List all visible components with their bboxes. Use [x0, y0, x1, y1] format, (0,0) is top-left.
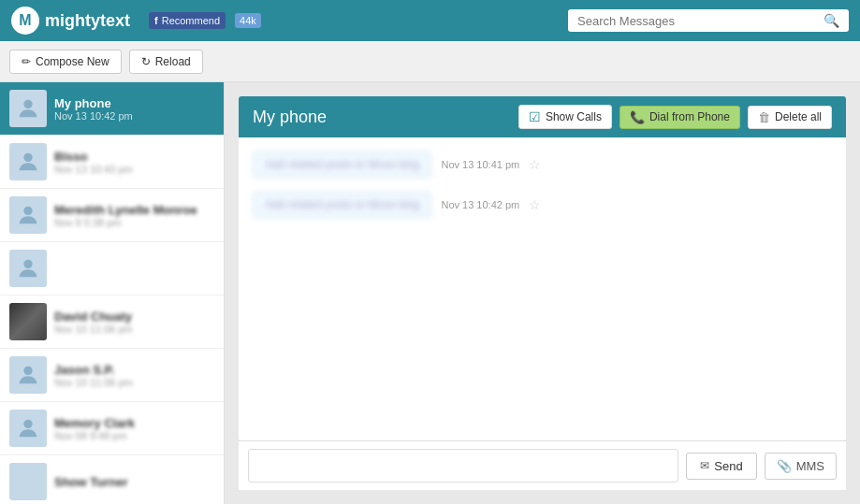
- contact-item[interactable]: David Chuaty Nov 10 11:06 pm: [0, 295, 224, 349]
- delete-all-button[interactable]: 🗑 Delete all: [748, 106, 832, 129]
- contact-item[interactable]: Meredith Lynelle Monroe Nov 9 5:38 pm: [0, 189, 224, 242]
- contact-item[interactable]: Show Turner: [0, 455, 224, 504]
- contact-name: David Chuaty: [54, 310, 214, 324]
- message-bubble: Add related posts to Move blog: [253, 192, 431, 218]
- reload-icon: ↻: [141, 55, 151, 68]
- contact-time: Nov 08 9:48 pm: [54, 430, 214, 441]
- contact-item[interactable]: My phone Nov 13 10:42 pm: [0, 82, 224, 136]
- message-row: Add related posts to Move blog Nov 13 10…: [253, 151, 832, 178]
- message-time: Nov 13 10:41 pm: [441, 159, 519, 170]
- svg-point-5: [23, 420, 32, 428]
- mms-button[interactable]: 📎 MMS: [765, 453, 837, 480]
- svg-point-1: [23, 153, 32, 162]
- main-layout: My phone Nov 13 10:42 pm Blsso Nov 13 10…: [0, 82, 860, 504]
- contact-name: My phone: [54, 96, 214, 110]
- contact-time: Nov 10 11:06 pm: [54, 377, 214, 388]
- panel-actions: ☑ Show Calls 📞 Dial from Phone 🗑 Delete …: [518, 105, 832, 129]
- show-calls-button[interactable]: ☑ Show Calls: [518, 105, 612, 129]
- fb-count-badge: 44k: [235, 13, 261, 28]
- reload-button[interactable]: ↻ Reload: [129, 50, 203, 74]
- svg-point-0: [23, 100, 32, 108]
- avatar: [9, 196, 47, 234]
- contact-time: Nov 13 10:43 pm: [54, 164, 214, 175]
- contact-name: Memory Clark: [54, 416, 214, 430]
- logo-text: mightytext: [45, 11, 130, 31]
- content-area: My phone ☑ Show Calls 📞 Dial from Phone …: [225, 82, 860, 504]
- checkbox-icon: ☑: [529, 109, 541, 124]
- panel: My phone ☑ Show Calls 📞 Dial from Phone …: [239, 96, 846, 440]
- avatar: [9, 250, 47, 287]
- contact-item[interactable]: Memory Clark Nov 08 9:48 pm: [0, 402, 224, 455]
- svg-point-3: [23, 260, 32, 268]
- contact-info: My phone Nov 13 10:42 pm: [54, 96, 214, 122]
- contact-name: Blsso: [54, 150, 214, 164]
- svg-point-4: [23, 367, 32, 375]
- messages-area: Add related posts to Move blog Nov 13 10…: [239, 137, 846, 440]
- message-bubble: Add related posts to Move blog: [253, 151, 431, 178]
- contact-name: Show Turner: [54, 475, 214, 489]
- panel-header: My phone ☑ Show Calls 📞 Dial from Phone …: [239, 96, 846, 137]
- contact-time: Nov 9 5:38 pm: [54, 217, 214, 228]
- trash-icon: 🗑: [758, 110, 770, 124]
- phone-icon: 📞: [630, 110, 645, 124]
- contact-info: Meredith Lynelle Monroe Nov 9 5:38 pm: [54, 203, 214, 228]
- send-button[interactable]: ✉ Send: [686, 453, 756, 480]
- search-input[interactable]: [577, 14, 816, 28]
- logo-area: M mightytext: [11, 7, 130, 35]
- contact-time: Nov 13 10:42 pm: [54, 110, 214, 122]
- dial-from-phone-button[interactable]: 📞 Dial from Phone: [619, 106, 740, 129]
- compose-new-button[interactable]: ✏ Compose New: [9, 50, 122, 74]
- avatar: [9, 303, 47, 340]
- avatar: [9, 356, 47, 394]
- send-icon: ✉: [700, 459, 709, 472]
- message-time: Nov 13 10:42 pm: [441, 199, 519, 210]
- svg-point-2: [23, 207, 32, 215]
- avatar: [9, 90, 47, 127]
- contact-info: Blsso Nov 13 10:43 pm: [54, 150, 214, 175]
- pencil-icon: ✏: [22, 55, 31, 68]
- contact-item[interactable]: Jason S.P. Nov 10 11:06 pm: [0, 349, 224, 402]
- fb-icon: f: [154, 15, 158, 26]
- mms-icon: 📎: [777, 459, 792, 473]
- star-icon[interactable]: ☆: [529, 197, 541, 212]
- toolbar: ✏ Compose New ↻ Reload: [0, 41, 860, 82]
- message-row: Add related posts to Move blog Nov 13 10…: [253, 192, 832, 218]
- contact-info: Show Turner: [54, 475, 214, 489]
- contact-info: Jason S.P. Nov 10 11:06 pm: [54, 363, 214, 388]
- input-area: ✉ Send 📎 MMS: [239, 440, 846, 490]
- header: M mightytext f Recommend 44k 🔍: [0, 0, 860, 41]
- contact-info: Memory Clark Nov 08 9:48 pm: [54, 416, 214, 441]
- avatar: [9, 143, 47, 180]
- search-icon: 🔍: [824, 13, 839, 28]
- avatar: [9, 410, 47, 447]
- contact-time: Nov 10 11:06 pm: [54, 324, 214, 335]
- star-icon[interactable]: ☆: [529, 157, 541, 172]
- sidebar: My phone Nov 13 10:42 pm Blsso Nov 13 10…: [0, 82, 225, 504]
- message-input[interactable]: [248, 449, 678, 482]
- contact-item[interactable]: Blsso Nov 13 10:43 pm: [0, 136, 224, 189]
- contact-info: David Chuaty Nov 10 11:06 pm: [54, 310, 214, 335]
- search-box[interactable]: 🔍: [568, 9, 849, 32]
- panel-title: My phone: [253, 108, 327, 127]
- logo-icon: M: [11, 7, 39, 35]
- contact-item[interactable]: [0, 242, 224, 295]
- fb-recommend-button[interactable]: f Recommend: [149, 12, 226, 29]
- avatar: [9, 463, 47, 500]
- contact-name: Jason S.P.: [54, 363, 214, 377]
- contact-name: Meredith Lynelle Monroe: [54, 203, 214, 217]
